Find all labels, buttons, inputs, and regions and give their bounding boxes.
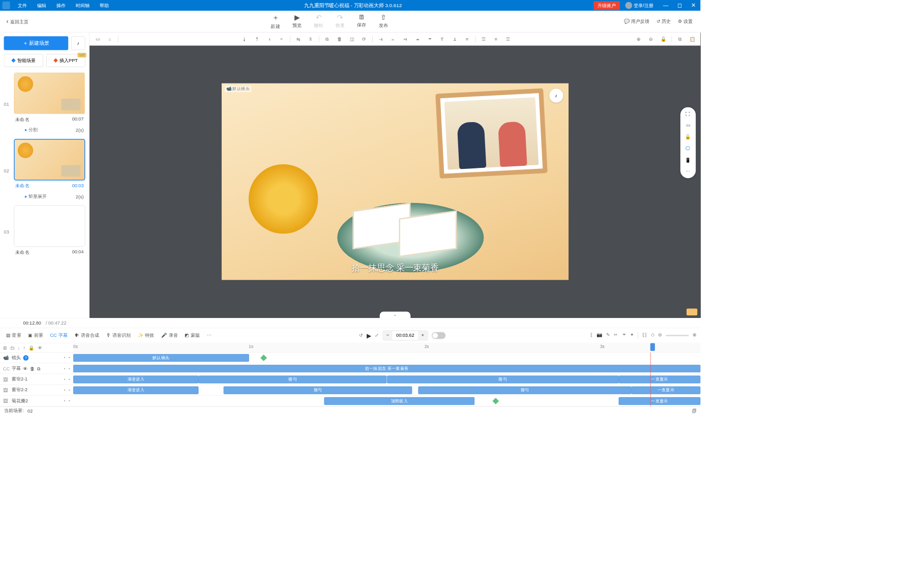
music-button[interactable]: ♪ — [71, 36, 85, 50]
filter-icon[interactable]: ⫧ — [622, 332, 627, 339]
tab-背景[interactable]: ▨背景 — [4, 331, 24, 340]
align-right-icon[interactable]: ⫤ — [400, 34, 410, 44]
marker-in-icon[interactable]: ⟦ — [590, 332, 593, 339]
move-down-icon[interactable]: ↓ — [18, 345, 20, 351]
wand-icon[interactable]: ✦ — [630, 332, 634, 339]
tab-蒙版[interactable]: ◩蒙版 — [183, 331, 202, 340]
fullscreen-icon[interactable]: ⛶ — [685, 111, 690, 117]
collapse-canvas-button[interactable]: ⌄ — [379, 311, 410, 318]
text-align-right-icon[interactable]: ☰ — [503, 34, 514, 44]
desktop-view-icon[interactable]: 🖵 — [685, 146, 690, 152]
edit-clip-icon[interactable]: ✎ — [606, 332, 610, 339]
scene-thumb-01[interactable] — [14, 73, 85, 114]
toolbar-撤销-button[interactable]: ↶撤销 — [314, 13, 323, 30]
link-用户反馈[interactable]: 💬 用户反馈 — [624, 18, 649, 25]
move-up-icon[interactable]: ↑ — [23, 345, 25, 351]
thumbnail-icon[interactable] — [687, 308, 697, 315]
distribute-v-icon[interactable]: ≡ — [462, 34, 472, 44]
text-align-center-icon[interactable]: ≡ — [491, 34, 501, 44]
clip-摇匀[interactable]: 摇匀 — [418, 386, 631, 394]
tab-录音[interactable]: 🎤录音 — [159, 331, 181, 340]
bracket-icon[interactable]: ⟦⟧ — [642, 332, 647, 339]
scene-thumb-03[interactable] — [14, 205, 85, 247]
login-button[interactable]: 登录/注册 — [623, 2, 656, 9]
time-minus-button[interactable]: − — [383, 331, 392, 340]
align-top-icon[interactable]: ⭱ — [252, 34, 262, 44]
text-align-left-icon[interactable]: ☰ — [479, 34, 489, 44]
add-keyframe-icon[interactable] — [492, 398, 499, 404]
menu-timeline[interactable]: 时间轴 — [72, 1, 93, 10]
add-keyframe-icon[interactable] — [260, 355, 267, 361]
select-tool-icon[interactable]: ▭ — [93, 34, 103, 44]
clip-摇匀[interactable]: 摇匀 — [387, 375, 619, 383]
tab-语音合成[interactable]: 🗣语音合成 — [72, 331, 102, 340]
menu-edit[interactable]: 编辑 — [33, 1, 50, 10]
link-历史[interactable]: ↺ 历史 — [657, 18, 671, 25]
maximize-button[interactable]: ◻ — [673, 3, 687, 9]
group-icon[interactable]: ⧉ — [322, 34, 332, 44]
paste-icon[interactable]: 📋 — [688, 34, 698, 44]
canvas-stage[interactable]: 📹 默认镜头 ♪ 拾一抹思念 采一束菊香 — [221, 83, 568, 280]
clip-顶部嵌入[interactable]: 顶部嵌入 — [324, 397, 474, 404]
lock-icon[interactable]: 🔓 — [659, 34, 669, 44]
add-track-icon[interactable]: ⊞ — [3, 345, 7, 351]
tab-字幕[interactable]: CC字幕 — [48, 331, 70, 340]
clip-摇匀[interactable]: 摇匀 — [224, 386, 412, 394]
folder-icon[interactable]: 🗀 — [10, 345, 15, 351]
unlock-icon[interactable]: 🔓 — [685, 134, 691, 140]
fit-icon[interactable]: ▭ — [686, 123, 690, 128]
clip-默认镜头[interactable]: 默认镜头 — [73, 354, 249, 361]
toolbar-发布-button[interactable]: ⇧发布 — [379, 13, 388, 30]
align-hcenter-icon[interactable]: ⫠ — [388, 34, 398, 44]
stage-music-icon[interactable]: ♪ — [549, 89, 563, 102]
zoom-slider[interactable] — [666, 335, 689, 336]
status-copy-icon[interactable]: 🗐 — [692, 408, 697, 414]
zoom-in-icon[interactable]: ⊕ — [634, 34, 644, 44]
keyframe-icon[interactable]: ◇ — [651, 332, 654, 339]
upgrade-account-button[interactable]: 升级账户 — [593, 1, 620, 10]
flip-h-icon[interactable]: ⇋ — [293, 34, 303, 44]
time-plus-button[interactable]: + — [418, 331, 427, 340]
new-scene-button[interactable]: ＋ 新建场景 — [4, 36, 69, 50]
visibility-icon[interactable]: 👁 — [38, 345, 42, 351]
menu-file[interactable]: 文件 — [14, 1, 31, 10]
chip-插入PPT[interactable]: ◆ 插入PPTVIP — [46, 54, 85, 67]
align-vcenter-icon[interactable]: ⫪ — [437, 34, 448, 44]
back-home-button[interactable]: 返回主页 — [0, 17, 35, 25]
toolbar-新建-button[interactable]: ＋新建 — [271, 13, 280, 30]
clip-渐变进入[interactable]: 渐变进入 — [73, 375, 199, 383]
home-icon[interactable]: ⌂ — [105, 34, 115, 44]
align-middle-icon[interactable]: ⫞ — [264, 34, 275, 44]
align-vtop-icon[interactable]: ⫧ — [425, 34, 435, 44]
menu-action[interactable]: 操作 — [52, 1, 69, 10]
tab-more[interactable]: ⋯ — [204, 331, 214, 340]
clip-渐变进入[interactable]: 渐变进入 — [73, 386, 199, 394]
snap-toggle[interactable] — [432, 332, 445, 339]
zoom-in-timeline-icon[interactable]: ⊕ — [693, 332, 697, 339]
menu-help[interactable]: 帮助 — [96, 1, 112, 10]
tab-特效[interactable]: ✨特效 — [135, 331, 157, 340]
clip-拾一抹思念 采一束菊香[interactable]: 拾一抹思念 采一束菊香 — [73, 365, 700, 372]
lock-track-icon[interactable]: 🔒 — [28, 345, 34, 351]
playhead[interactable] — [650, 343, 655, 351]
toolbar-保存-button[interactable]: 🗎保存 — [357, 13, 366, 30]
play-button[interactable]: ▶ — [367, 332, 371, 339]
chip-智能场景[interactable]: ◆ 智能场景 — [4, 54, 43, 67]
minimize-button[interactable]: — — [659, 3, 672, 9]
scene-thumb-02[interactable] — [14, 139, 85, 181]
align-vbottom-icon[interactable]: ⫫ — [450, 34, 460, 44]
expand-icon[interactable]: ⤢ — [375, 333, 379, 338]
copy-icon[interactable]: ⧉ — [675, 34, 685, 44]
zoom-out-timeline-icon[interactable]: ⊖ — [658, 332, 662, 339]
delete-icon[interactable]: 🗑 — [335, 34, 345, 44]
timeline-ruler[interactable]: 0s1s2s3s — [73, 343, 700, 352]
tab-语音识别[interactable]: 🎙语音识别 — [104, 331, 133, 340]
align-bottom-icon[interactable]: ⭳ — [240, 34, 250, 44]
zoom-out-icon[interactable]: ⊖ — [646, 34, 656, 44]
history-icon[interactable]: ↺ — [359, 333, 363, 338]
snapshot-icon[interactable]: 📷 — [597, 332, 602, 339]
toolbar-预览-button[interactable]: ▶预览 — [292, 13, 302, 30]
clip-一直显示[interactable]: 一直显示 — [619, 397, 700, 404]
flip-v-icon[interactable]: ⥮ — [306, 34, 316, 44]
clip-一直显示[interactable]: 一直显示 — [632, 386, 701, 394]
